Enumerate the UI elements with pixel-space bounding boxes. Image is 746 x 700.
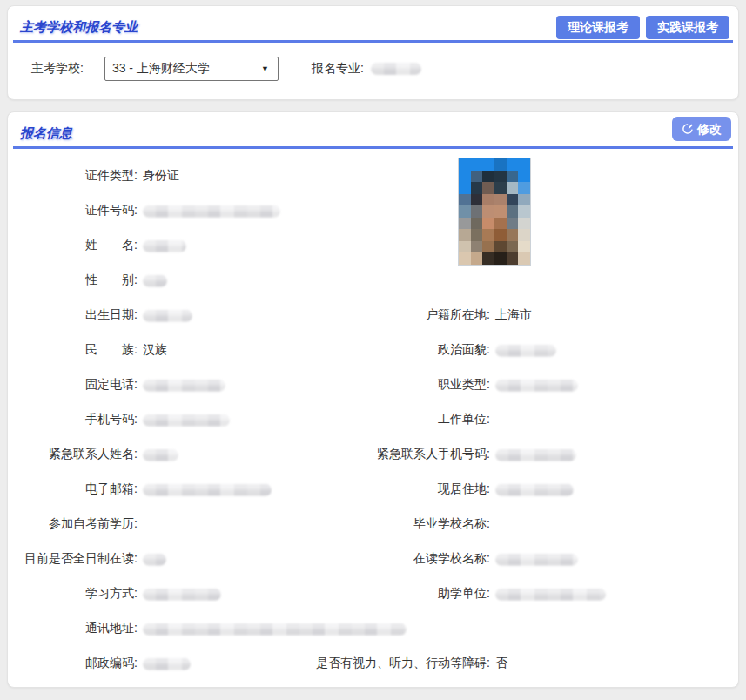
field-value [143,622,407,636]
field-value [495,482,574,496]
field-value [495,378,578,392]
photo-pixel [471,218,483,230]
photo-pixel [471,229,483,241]
photo-pixel [494,229,507,241]
redacted-value [495,484,574,496]
edit-button[interactable]: 修改 [672,117,731,141]
field-value: 否 [495,656,507,671]
field-value [143,204,280,218]
photo-pixel [482,182,494,194]
photo-pixel [494,182,507,194]
photo-pixel [482,205,494,218]
redacted-value [143,484,272,496]
photo-pixel [482,241,494,253]
photo-pixel [482,252,494,265]
photo-pixel [518,182,530,194]
redacted-value [143,240,186,252]
theory-course-register-button[interactable]: 理论课报考 [556,16,640,39]
form-row: 参加自考前学历:毕业学校名称: [8,507,738,542]
chevron-down-icon: ▼ [261,64,269,73]
form-row: 姓 名: [8,228,738,263]
form-row: 电子邮箱:现居住地: [8,472,738,507]
photo-pixel [482,229,494,241]
school-panel-title: 主考学校和报名专业 [20,19,138,36]
photo-pixel [507,158,519,171]
photo-pixel [507,171,519,183]
photo-pixel [482,171,494,183]
photo-pixel [507,182,519,194]
info-panel-title: 报名信息 [20,125,72,142]
field-value [495,343,556,357]
field-value: 汉族 [143,342,167,358]
field-value [495,552,578,566]
header-buttons: 理论课报考 实践课报考 [556,16,729,39]
field-value [495,587,606,601]
field-value: 上海市 [495,307,532,323]
photo-pixel [507,252,519,265]
redacted-value [495,449,576,461]
school-select[interactable]: 33 - 上海财经大学 ▼ [104,57,279,81]
photo-pixel [459,205,471,218]
photo-pixel [459,171,471,183]
field-value [143,413,230,427]
field-label: 目前是否全日制在读: [8,551,138,567]
school-select-value: 33 - 上海财经大学 [112,61,210,77]
field-label: 工作单位: [295,412,490,427]
field-label: 紧急联系人手机号码: [295,447,490,462]
photo-pixel [494,171,507,183]
form-row: 性 别: [8,263,738,298]
field-label: 毕业学校名称: [295,516,490,532]
photo-pixel [459,241,471,253]
form-row: 紧急联系人姓名:紧急联系人手机号码: [8,437,738,472]
school-panel: 主考学校和报名专业 理论课报考 实践课报考 主考学校: 33 - 上海财经大学 … [7,5,739,100]
photo-pixel [507,205,519,218]
redacted-value [143,449,178,461]
major-label: 报名专业: [312,61,364,77]
field-label: 学习方式: [8,586,138,602]
photo-pixel [459,182,471,194]
field-label: 在读学校名称: [295,551,490,567]
field-label: 是否有视力、听力、行动等障碍: [295,656,490,671]
photo-pixel [459,229,471,241]
photo-pixel [507,218,519,230]
redacted-value [143,589,221,601]
photo-pixel [518,218,530,230]
field-label: 性 别: [8,273,138,288]
photo-pixel [471,241,483,253]
redacted-value [143,205,280,218]
form-row: 证件类型:身份证 [8,158,738,193]
field-label: 现居住地: [295,481,490,497]
photo-pixel [518,241,530,253]
photo-pixel [482,158,494,171]
photo-pixel [518,252,530,265]
redacted-value [495,380,578,392]
photo-pixel [507,241,519,253]
school-label: 主考学校: [31,61,84,77]
form-row: 出生日期:户籍所在地:上海市 [8,298,738,333]
id-photo [459,158,530,265]
field-value [143,482,272,496]
photo-pixel [482,194,494,206]
redacted-value [143,623,407,636]
edit-button-label: 修改 [697,122,722,136]
field-label: 民 族: [8,342,138,358]
field-value [143,308,192,322]
form-row: 民 族:汉族政治面貌: [8,333,738,367]
photo-pixel [471,194,483,206]
registration-info-panel: 报名信息 修改 证件类型:身份证证件号码:姓 名:性 别:出生日期:户籍所在地:… [7,111,739,688]
redacted-value [495,589,606,601]
redacted-value [143,414,230,427]
photo-pixel [518,158,530,171]
practice-course-register-button[interactable]: 实践课报考 [646,16,729,39]
photo-pixel [507,229,519,241]
photo-pixel [471,205,483,218]
photo-pixel [518,229,530,241]
form-row: 通讯地址: [8,611,738,646]
field-value [143,273,167,287]
photo-pixel [459,158,471,171]
form-row: 固定电话:职业类型: [8,367,738,402]
field-label: 手机号码: [8,412,138,427]
field-value [143,239,186,252]
redacted-value [495,554,578,566]
form-row: 证件号码: [8,193,738,228]
